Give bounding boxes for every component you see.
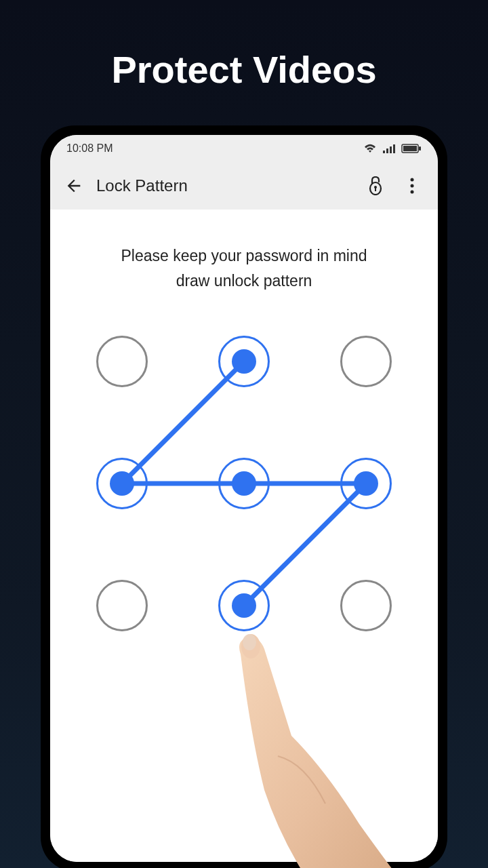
pattern-dot-8[interactable]: [218, 580, 270, 631]
svg-rect-3: [393, 144, 395, 153]
page-title: Protect Videos: [0, 0, 488, 125]
status-time: 10:08 PM: [66, 142, 113, 155]
svg-point-10: [411, 178, 414, 182]
instruction-line-2: draw unlock pattern: [176, 272, 312, 290]
svg-rect-5: [403, 146, 417, 151]
status-bar: 10:08 PM: [50, 135, 438, 162]
pattern-dot-3[interactable]: [340, 336, 392, 387]
pattern-dot-7[interactable]: [96, 580, 148, 631]
back-button[interactable]: [64, 176, 84, 196]
svg-rect-9: [375, 188, 376, 191]
app-bar-title: Lock Pattern: [96, 176, 351, 195]
pattern-dot-1[interactable]: [96, 336, 148, 387]
phone-frame: 10:08 PM Lock Pattern: [41, 125, 447, 868]
svg-point-12: [411, 191, 414, 194]
app-bar: Lock Pattern: [50, 162, 438, 210]
pattern-dot-6[interactable]: [340, 458, 392, 509]
instruction-text: Please keep your password in mind draw u…: [121, 243, 367, 294]
lock-icon: [367, 176, 384, 195]
status-icons: [363, 143, 422, 154]
pattern-dot-5[interactable]: [218, 458, 270, 509]
pattern-grid[interactable]: [88, 328, 400, 639]
arrow-left-icon: [64, 176, 83, 195]
lock-mode-button[interactable]: [363, 174, 388, 198]
svg-rect-6: [419, 146, 421, 151]
svg-rect-0: [383, 151, 385, 153]
pattern-dot-9[interactable]: [340, 580, 392, 631]
svg-rect-1: [386, 149, 388, 153]
battery-icon: [401, 143, 422, 154]
phone-screen: 10:08 PM Lock Pattern: [50, 135, 438, 862]
instruction-line-1: Please keep your password in mind: [121, 247, 367, 264]
svg-rect-2: [390, 146, 392, 153]
wifi-icon: [363, 143, 377, 154]
more-options-button[interactable]: [400, 174, 424, 198]
pattern-dot-4[interactable]: [96, 458, 148, 509]
more-vertical-icon: [410, 178, 414, 194]
pattern-dot-2[interactable]: [218, 336, 270, 387]
content-area: Please keep your password in mind draw u…: [50, 210, 438, 862]
svg-point-11: [411, 184, 414, 188]
signal-icon: [382, 143, 396, 154]
